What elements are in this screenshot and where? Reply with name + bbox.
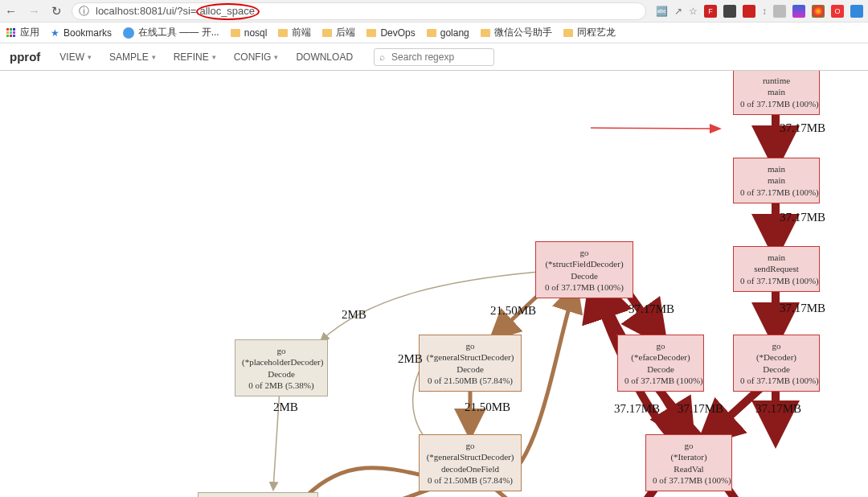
folder-icon [322,29,332,37]
node-line: main [740,175,813,186]
ext-icon-3[interactable] [743,5,755,18]
menu-config[interactable]: CONFIG [227,48,285,66]
node-line: go [624,340,697,351]
edge-label: 37.17MB [780,211,825,224]
back-icon[interactable]: ← [5,4,17,18]
node-line: sendRequest [740,263,813,274]
search-icon: ⌕ [379,51,385,63]
apps-button[interactable]: 应用 [6,26,39,39]
menu-download[interactable]: DOWNLOAD [289,48,362,66]
browser-chrome-bar: ← → ↻ ⓘ localhost:8081/ui/?si=alloc_spac… [0,0,868,23]
ext-icon-7[interactable] [812,5,825,18]
edge-label: 21.50MB [490,304,536,318]
folder-icon [563,29,573,37]
ext-icon-6[interactable] [792,5,805,18]
star-icon[interactable]: ☆ [689,6,698,17]
node-line: go [426,440,514,451]
folder-icon [366,29,376,37]
folder-icon [427,29,436,37]
node-line: go [653,440,725,451]
url-highlight: alloc_space [196,3,260,20]
edge-label: 21.50MB [465,400,510,414]
pprof-toolbar: pprof VIEW SAMPLE REFINE CONFIG DOWNLOAD… [0,43,868,71]
node-line: decodeOneField [426,463,514,474]
node-placeholder-decoder[interactable]: go (*placeholderDecoder) Decode 0 of 2MB… [235,339,328,396]
share-icon[interactable]: ↗ [674,6,682,17]
node-line: go [242,345,321,356]
node-line: 0 of 21.50MB (57.84%) [426,375,514,386]
url-prefix: localhost:8081/ui/?si= [96,5,196,17]
ext-icon-8[interactable]: O [831,5,844,18]
bookmark-label: 微信公号助手 [494,26,552,39]
node-line: Decode [426,364,514,375]
bookmark-label: 同程艺龙 [577,26,616,39]
folder-icon [231,29,240,37]
node-line: 0 of 37.17MB (100%) [740,98,813,109]
node-decoder-decode[interactable]: go (*Decoder) Decode 0 of 37.17MB (100%) [733,335,820,392]
bookmark-online[interactable]: 在线工具 —— 开... [123,26,219,39]
node-line: Decode [542,270,626,281]
bookmark-front[interactable]: 前端 [278,26,311,39]
ext-icon-5[interactable] [773,5,786,18]
bookmarks-link[interactable]: ★Bookmarks [51,27,112,39]
ext-icon-2[interactable] [723,5,736,18]
node-runtime-ma[interactable]: runtime main 0 of 37.17MB (100%) [733,71,820,115]
search-box[interactable]: ⌕ [374,48,494,66]
node-general-struct-decode[interactable]: go (*generalStructDecoder) Decode 0 of 2… [419,335,522,392]
menu-refine[interactable]: REFINE [167,48,223,66]
edge-label: 2MB [342,308,366,322]
node-partial-bottom[interactable] [198,492,318,497]
pprof-brand: pprof [10,50,40,64]
node-line: Decode [740,364,813,375]
search-input[interactable] [390,51,489,64]
node-line: (*generalStructDecoder) [426,451,514,462]
call-graph[interactable]: runtime main 0 of 37.17MB (100%) main ma… [0,71,868,497]
node-line: (*Decoder) [740,351,813,363]
forward-icon[interactable]: → [28,4,40,18]
bookmark-back[interactable]: 后端 [322,26,355,39]
node-line: (*placeholderDecoder) [242,356,321,368]
reload-icon[interactable]: ↻ [51,4,62,18]
menu-view[interactable]: VIEW [53,48,98,66]
node-eface-decoder[interactable]: go (*efaceDecoder) Decode 0 of 37.17MB (… [617,335,704,392]
node-line: 0 of 37.17MB (100%) [542,281,626,293]
ext-icon-1[interactable]: F [704,5,717,18]
bookmark-label: golang [440,27,469,39]
bookmark-nosql[interactable]: nosql [231,27,268,39]
node-line: 0 of 37.17MB (100%) [653,474,725,486]
bookmarks-label: Bookmarks [63,27,112,39]
folder-icon [278,29,288,37]
svg-line-0 [591,128,719,129]
menu-sample[interactable]: SAMPLE [103,48,162,66]
site-info-icon[interactable]: ⓘ [79,4,89,18]
node-line: 0 of 21.50MB (57.84%) [426,474,514,486]
node-main-main[interactable]: main main 0 of 37.17MB (100%) [733,158,820,203]
bookmark-wechat[interactable]: 微信公号助手 [481,26,552,39]
bookmark-tc[interactable]: 同程艺龙 [563,26,616,39]
node-line: go [542,247,626,258]
node-line: main [740,252,813,263]
bookmark-devops[interactable]: DevOps [366,27,415,39]
node-line: 0 of 2MB (5.38%) [242,380,321,391]
node-line: Decode [624,364,697,375]
edge-label: 2MB [398,352,423,366]
node-line: 0 of 37.17MB (100%) [740,275,813,286]
translate-icon[interactable]: 🔤 [656,6,668,17]
node-main-sendrequest[interactable]: main sendRequest 0 of 37.17MB (100%) [733,246,820,292]
node-line: go [740,340,813,351]
node-iterator-readval[interactable]: go (*Iterator) ReadVal 0 of 37.17MB (100… [645,434,732,491]
ext-icon-4[interactable]: ↕ [762,6,767,17]
node-struct-field-decoder[interactable]: go (*structFieldDecoder) Decode 0 of 37.… [535,241,633,298]
edge-label: 37.17MB [614,402,660,416]
edge-label: 37.17MB [780,302,825,315]
edge-label: 37.17MB [678,402,723,416]
node-line: runtime [740,75,813,86]
url-bar[interactable]: ⓘ localhost:8081/ui/?si=alloc_space [72,2,646,20]
bookmark-golang[interactable]: golang [427,27,469,39]
node-line: (*efaceDecoder) [624,351,697,363]
folder-icon [481,29,490,37]
star-icon: ★ [51,27,59,39]
ext-icon-9[interactable] [850,5,863,18]
edge-label: 37.17MB [755,402,801,416]
node-general-struct-one[interactable]: go (*generalStructDecoder) decodeOneFiel… [419,434,522,491]
